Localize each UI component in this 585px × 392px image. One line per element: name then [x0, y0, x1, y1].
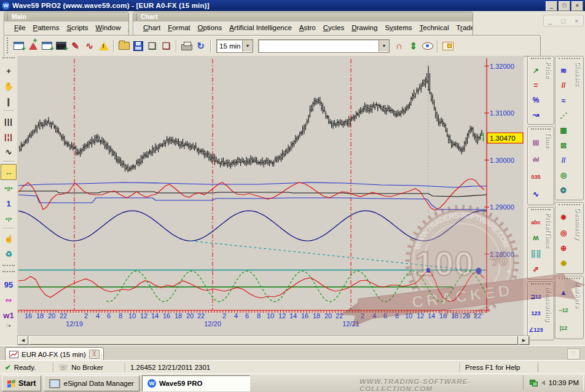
select-range-icon[interactable]: ↔ [1, 164, 17, 180]
task-esignal-data-manager[interactable]: eSignal Data Manager [44, 375, 139, 391]
trend-lines-icon[interactable]: // [562, 78, 566, 93]
text-labels-icon[interactable]: abc [531, 215, 541, 230]
menu-options[interactable]: Options [194, 23, 226, 33]
close-button[interactable]: × [571, 1, 583, 11]
price-bars-icon[interactable]: ||| [1, 114, 16, 128]
chart-canvas[interactable]: 1.320001.310001.300001.290001.2800016182… [17, 56, 524, 335]
time-bars-icon[interactable]: ılıl [533, 152, 539, 167]
network-tray-icon[interactable] [530, 380, 538, 386]
crosshair-icon[interactable]: + [1, 63, 16, 78]
menu-file[interactable]: File [10, 23, 29, 33]
palette-grip[interactable] [2, 271, 15, 276]
mdi-minimize-button[interactable]: _ [548, 17, 552, 25]
menu-drawing[interactable]: Drawing [348, 23, 381, 33]
mdi-restore-button[interactable]: □ [562, 17, 566, 25]
task-wave59-pro[interactable]: WWave59 PRO [142, 375, 250, 391]
shift-one-bar-icon[interactable]: 1 [1, 196, 16, 211]
menu-format[interactable]: Format [164, 23, 194, 33]
alert-box-icon[interactable]: ⊠ [560, 138, 567, 153]
drag-grip[interactable] [6, 14, 9, 20]
menu-help[interactable]: Help [124, 23, 128, 33]
menu-trade[interactable]: Trade [452, 23, 473, 33]
swing-time-icon[interactable]: ∿ [533, 187, 539, 202]
ellipse-icon[interactable]: ⊕ [560, 241, 567, 256]
vector-arrows-icon[interactable]: ⇗ [533, 262, 539, 276]
measure-horizontal-icon[interactable]: ⊒12 [530, 289, 541, 304]
menu-systems[interactable]: Systems [381, 23, 415, 33]
start-button[interactable]: Start [2, 375, 41, 391]
view-eye-icon[interactable] [420, 39, 434, 53]
refresh-icon[interactable]: ↻ [194, 39, 208, 53]
chart-toolwindow-caption[interactable]: Chart [133, 12, 473, 22]
restore-button[interactable]: □ [559, 1, 570, 11]
wheel-icon[interactable]: ✺ [560, 256, 567, 271]
menu-patterns[interactable]: Patterns [29, 23, 63, 33]
dropdown-arrow-icon[interactable]: ▼ [379, 41, 389, 52]
vertical-cursor-icon[interactable]: ❙ [1, 94, 16, 109]
fan-lines-icon[interactable]: ⋰ [560, 108, 567, 123]
decrease-spacing-icon[interactable]: +|+ [1, 211, 16, 226]
menu-astro[interactable]: Astro [296, 23, 320, 33]
increase-spacing-icon[interactable]: +||+ [1, 181, 16, 195]
gann-fan-icon[interactable]: ✹ [560, 210, 567, 225]
notes-image-icon[interactable] [441, 39, 455, 53]
menu-technical[interactable]: Technical [416, 23, 453, 33]
measure-angle-icon[interactable]: ∠123 [528, 323, 543, 337]
new-astro-chart-icon[interactable] [26, 39, 40, 53]
export-chart-icon[interactable]: ❏ [159, 39, 173, 53]
menu-artificial-intelligence[interactable]: Artificial Intelligence [226, 23, 296, 33]
delete-tool-icon[interactable]: ♻ [1, 246, 16, 261]
symbol-input[interactable]: ▼ [258, 39, 390, 53]
magnet-icon[interactable]: ∩ [392, 39, 406, 53]
palette-grip[interactable] [2, 57, 15, 62]
price-levels-icon[interactable]: = [533, 78, 538, 93]
grid-box-icon[interactable]: ▦ [560, 123, 567, 138]
time-counts-icon[interactable]: 035 [531, 170, 540, 184]
edit-appearance-icon[interactable]: ✎ [68, 39, 82, 53]
main-toolwindow-caption[interactable]: Main [4, 12, 128, 22]
pan-hand-icon[interactable]: ✋ [1, 79, 16, 93]
arrow-marker-icon[interactable]: ▲ [560, 285, 567, 300]
retracement-icon[interactable]: ↗ [533, 63, 539, 78]
volume-tray-icon[interactable] [541, 380, 545, 385]
price-projection-icon[interactable]: ↝ [533, 108, 539, 122]
pointer-hand-icon[interactable]: ☝ [1, 231, 16, 246]
chart-tab[interactable]: EUR A0-FX (15 min) ╳ [5, 347, 104, 361]
print-icon[interactable] [179, 39, 194, 53]
spiral-icon[interactable]: ◎ [560, 168, 567, 182]
zigzag-line-icon[interactable]: ∿ [1, 144, 16, 159]
scroll-left-button[interactable]: ◀ [18, 336, 28, 345]
vline-marker-icon[interactable]: |12 [560, 321, 568, 335]
scrollbar-thumb[interactable] [29, 336, 518, 345]
dropdown-arrow-icon[interactable]: ▼ [242, 41, 253, 52]
percent-icon[interactable]: % [533, 93, 540, 108]
drag-grip[interactable] [6, 37, 9, 55]
chart-h-scrollbar[interactable]: ◀ ▶ [17, 335, 530, 345]
scale-updown-icon[interactable]: ⇕ [406, 39, 420, 53]
time-lines-icon[interactable]: |||| [533, 135, 539, 150]
menu-window[interactable]: Window [92, 23, 125, 33]
save-icon[interactable] [131, 39, 145, 53]
circles-icon[interactable]: ◎ [560, 225, 567, 240]
open-folder-icon[interactable] [117, 39, 131, 53]
copy-chart-icon[interactable]: ❏ [145, 39, 159, 53]
world-scan-icon[interactable]: ❂ [560, 183, 567, 198]
menu-chart[interactable]: Chart [139, 23, 164, 33]
alerts-icon[interactable] [96, 39, 111, 53]
pattern-bars-icon[interactable]: |¦| [1, 129, 16, 144]
grid-dots-icon[interactable]: ⣿⣿ [530, 246, 541, 261]
palette-scroll[interactable] [2, 265, 15, 270]
menu-scripts[interactable]: Scripts [63, 23, 92, 33]
channel-lines-icon[interactable]: // [562, 153, 566, 168]
elliott-wave-icon[interactable]: w1 [1, 308, 16, 323]
mdi-close-button[interactable]: × [575, 17, 578, 25]
minimize-button[interactable]: _ [546, 1, 557, 11]
menu-cycles[interactable]: Cycles [320, 23, 348, 33]
palette-scroll-arrows[interactable]: ⁞ ▸ [0, 323, 17, 328]
hline-marker-icon[interactable]: –12 [559, 303, 568, 318]
measure-vertical-icon[interactable]: 123 [531, 306, 540, 321]
clone-window-icon[interactable] [40, 39, 54, 53]
new-chart-icon[interactable] [12, 39, 26, 53]
new-console-icon[interactable] [54, 39, 68, 53]
pattern-match-icon[interactable]: ʍ [533, 230, 538, 245]
